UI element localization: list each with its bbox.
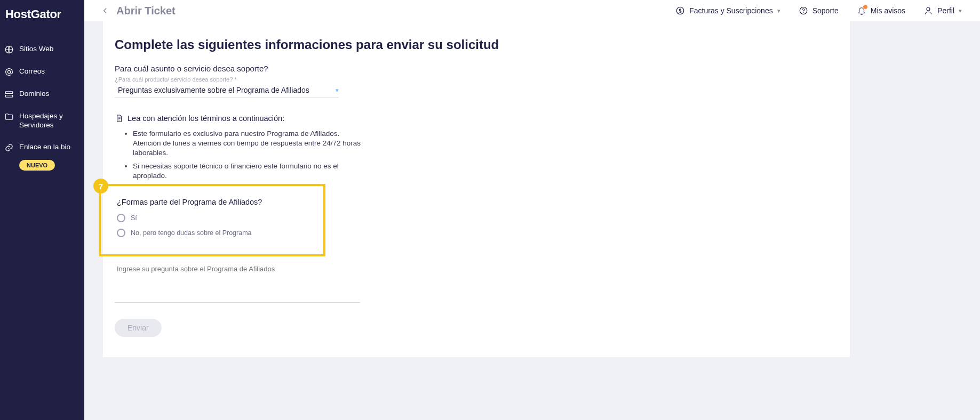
help-circle-icon xyxy=(799,6,808,15)
brand-logo: HostGator xyxy=(0,0,84,29)
radio-option-no[interactable]: No, pero tengo dudas sobre el Programa xyxy=(117,229,314,237)
bell-icon xyxy=(857,6,866,15)
terms-heading-text: Lea con atención los términos a continua… xyxy=(128,114,284,123)
sidebar-nav: Sitios Web Correos Dominios Hospedajes y… xyxy=(0,29,84,177)
question-affiliate: ¿Formas parte del Programa de Afiliados? xyxy=(117,198,314,206)
at-icon xyxy=(4,67,14,77)
product-select[interactable]: Preguntas exclusivamente sobre el Progra… xyxy=(115,83,339,98)
svg-point-1 xyxy=(7,70,10,73)
new-badge: NUEVO xyxy=(19,160,55,171)
terms-item: Si necesitas soporte técnico o financier… xyxy=(133,161,368,181)
document-icon xyxy=(115,114,123,123)
radio-label: Sí xyxy=(131,214,137,222)
topbar-billing[interactable]: Facturas y Suscripciones ▾ xyxy=(670,6,785,15)
sidebar-item-label: Dominios xyxy=(19,90,80,99)
terms-heading: Lea con atención los términos a continua… xyxy=(115,114,850,123)
sidebar-item-label: Hospedajes y Servidores xyxy=(19,112,80,130)
svg-rect-3 xyxy=(5,95,13,98)
sidebar-item-hosting[interactable]: Hospedajes y Servidores xyxy=(0,106,84,136)
svg-point-7 xyxy=(927,7,930,11)
sidebar-item-label: Sitios Web xyxy=(19,45,80,54)
domains-icon xyxy=(4,90,14,99)
topbar-label: Mis avisos xyxy=(871,6,905,15)
globe-icon xyxy=(4,45,14,54)
ticket-form-card: Complete las siguientes informaciones pa… xyxy=(103,21,850,357)
question-subject: Para cuál asunto o servicio desea soport… xyxy=(115,64,850,73)
chevron-down-icon: ▾ xyxy=(777,7,780,14)
link-icon xyxy=(4,143,14,152)
terms-list: Este formulario es exclusivo para nuestr… xyxy=(133,129,368,181)
sidebar-item-label: Enlace en la bio xyxy=(19,143,80,152)
topbar-label: Facturas y Suscripciones xyxy=(689,6,772,15)
select-field-label: ¿Para cuál producto/ servicio desea sopo… xyxy=(115,76,850,83)
topbar-label: Perfil xyxy=(937,6,954,15)
sidebar-item-label: Correos xyxy=(19,67,80,76)
radio-label: No, pero tengo dudas sobre el Programa xyxy=(131,229,252,237)
terms-item: Este formulario es exclusivo para nuestr… xyxy=(133,129,368,158)
chevron-down-icon: ▾ xyxy=(336,87,339,94)
radio-icon xyxy=(117,229,125,237)
topbar-label: Soporte xyxy=(812,6,839,15)
folder-icon xyxy=(4,112,14,122)
page-title: Abrir Ticket xyxy=(116,5,176,17)
chevron-down-icon: ▾ xyxy=(959,7,962,14)
affiliate-question-highlight: 7 ¿Formas parte del Programa de Afiliado… xyxy=(99,184,325,256)
sidebar-item-mail[interactable]: Correos xyxy=(0,61,84,83)
question-textarea[interactable] xyxy=(115,263,360,303)
back-button[interactable]: Abrir Ticket xyxy=(100,5,176,17)
submit-button[interactable]: Enviar xyxy=(115,319,162,337)
topbar: Abrir Ticket Facturas y Suscripciones ▾ … xyxy=(84,0,980,21)
sidebar-item-domains[interactable]: Dominios xyxy=(0,83,84,106)
radio-icon xyxy=(117,214,125,222)
step-badge: 7 xyxy=(93,179,108,193)
topbar-notices[interactable]: Mis avisos xyxy=(851,6,911,15)
sidebar-item-link-bio[interactable]: Enlace en la bio NUEVO xyxy=(0,136,84,177)
sidebar-item-sites[interactable]: Sitios Web xyxy=(0,38,84,61)
svg-rect-2 xyxy=(5,92,13,94)
form-title: Complete las siguientes informaciones pa… xyxy=(115,37,850,52)
main-area: Abrir Ticket Facturas y Suscripciones ▾ … xyxy=(84,0,980,420)
dollar-circle-icon xyxy=(675,6,685,15)
svg-point-6 xyxy=(803,12,803,13)
sidebar: HostGator Sitios Web Correos Dominios Ho… xyxy=(0,0,84,420)
notification-dot xyxy=(863,4,868,10)
topbar-support[interactable]: Soporte xyxy=(793,6,844,15)
user-icon xyxy=(923,6,933,15)
topbar-profile[interactable]: Perfil ▾ xyxy=(918,6,967,15)
select-value: Preguntas exclusivamente sobre el Progra… xyxy=(118,86,309,94)
arrow-left-icon xyxy=(100,6,110,15)
radio-option-yes[interactable]: Sí xyxy=(117,214,314,222)
